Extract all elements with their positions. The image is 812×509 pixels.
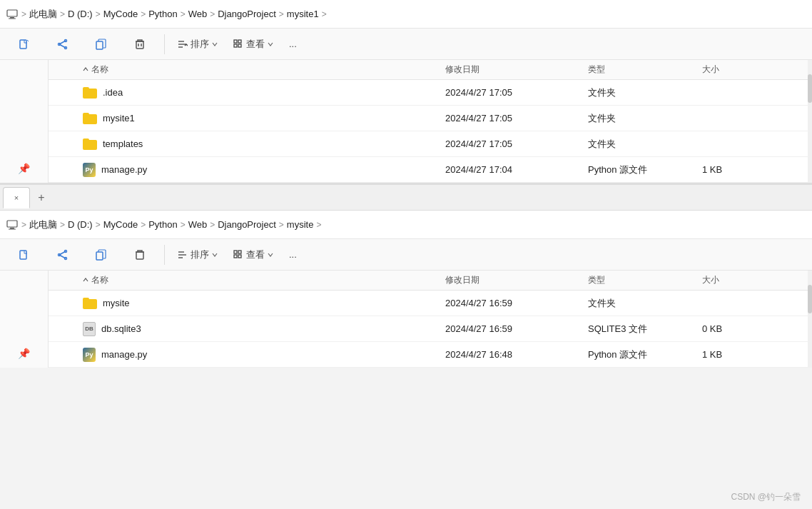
bc-sep-0: > xyxy=(21,9,26,19)
bottom-vscroll-thumb[interactable] xyxy=(808,285,812,313)
bottom-col-type[interactable]: 类型 xyxy=(588,274,702,286)
sort-button-top[interactable]: 排序 xyxy=(172,35,223,54)
bottom-col-size[interactable]: 大小 xyxy=(702,274,773,286)
bc-item-this-pc[interactable]: 此电脑 xyxy=(29,8,57,21)
svg-rect-0 xyxy=(7,10,17,16)
sqlite-file-icon: DB xyxy=(83,322,96,336)
python-file-icon: Py xyxy=(83,163,96,177)
top-col-size[interactable]: 大小 xyxy=(702,64,773,76)
svg-rect-29 xyxy=(96,252,103,260)
bottom-left-scroll: 📌 xyxy=(0,271,49,368)
top-vscroll[interactable] xyxy=(808,60,812,183)
bc-item-b-this-pc[interactable]: 此电脑 xyxy=(29,218,57,231)
computer-icon xyxy=(6,8,19,21)
svg-rect-17 xyxy=(238,40,241,43)
bc-sep-b1: > xyxy=(60,220,65,230)
bc-item-b-d-drive[interactable]: D (D:) xyxy=(68,219,93,230)
view-label-top: 查看 xyxy=(246,38,265,51)
top-col-date[interactable]: 修改日期 xyxy=(445,64,588,76)
bottom-toolbar: 排序 查看 ... xyxy=(0,239,812,271)
share-button-top[interactable] xyxy=(46,31,80,58)
svg-line-7 xyxy=(59,41,66,44)
svg-rect-35 xyxy=(238,251,241,253)
sort-button-bottom[interactable]: 排序 xyxy=(172,246,223,264)
bc-item-mysite1[interactable]: mysite1 xyxy=(287,9,319,19)
bottom-file-list-area: 名称 修改日期 类型 大小 mysite 2024/4/27 16:59 文件夹 xyxy=(49,271,808,368)
new-button-bottom[interactable] xyxy=(7,241,41,268)
more-button-bottom[interactable]: ... xyxy=(283,246,303,263)
bottom-file-list-container: 📌 名称 修改日期 类型 大小 xyxy=(0,271,812,368)
file-name-manage-py-bottom: Py manage.py xyxy=(83,348,445,362)
top-col-type[interactable]: 类型 xyxy=(588,64,702,76)
top-pane: > 此电脑 > D (D:) > MyCode > Python > Web >… xyxy=(0,0,812,183)
svg-rect-1 xyxy=(10,17,14,19)
table-row[interactable]: mysite1 2024/4/27 17:05 文件夹 xyxy=(49,106,808,131)
bc-item-b-djangoproject[interactable]: DjangoProject xyxy=(218,219,276,230)
svg-line-8 xyxy=(59,44,66,48)
svg-rect-19 xyxy=(238,44,241,47)
table-row[interactable]: .idea 2024/4/27 17:05 文件夹 xyxy=(49,80,808,106)
new-button-top[interactable] xyxy=(7,31,41,58)
svg-line-27 xyxy=(59,251,66,255)
file-name-templates: templates xyxy=(83,138,445,150)
svg-line-28 xyxy=(59,255,66,258)
bc-item-b-mycode[interactable]: MyCode xyxy=(103,219,138,230)
table-row[interactable]: Py manage.py 2024/4/27 16:48 Python 源文件 … xyxy=(49,342,808,368)
sort-label-bottom: 排序 xyxy=(191,248,209,261)
svg-rect-22 xyxy=(9,228,16,229)
toolbar-sep-bottom xyxy=(164,245,165,265)
tab-active[interactable]: × xyxy=(3,187,30,208)
bc-item-b-python[interactable]: Python xyxy=(148,219,177,230)
computer-icon-bottom xyxy=(6,218,19,231)
bottom-col-name[interactable]: 名称 xyxy=(83,274,445,286)
file-name-manage-py-top: Py manage.py xyxy=(83,163,445,177)
bottom-breadcrumb: > 此电脑 > D (D:) > MyCode > Python > Web >… xyxy=(0,211,812,239)
top-pin-icon[interactable]: 📌 xyxy=(17,161,31,176)
svg-rect-18 xyxy=(234,44,237,47)
table-row[interactable]: DB db.sqlite3 2024/4/27 16:59 SQLITE3 文件… xyxy=(49,316,808,342)
svg-rect-36 xyxy=(234,255,237,258)
more-button-top[interactable]: ... xyxy=(283,36,303,52)
bc-item-b-web[interactable]: Web xyxy=(188,219,208,230)
toolbar-sep-top xyxy=(164,34,165,54)
svg-rect-3 xyxy=(20,40,26,49)
view-button-top[interactable]: 查看 xyxy=(228,35,279,54)
bc-item-python[interactable]: Python xyxy=(148,9,177,19)
top-file-list-header: 名称 修改日期 类型 大小 xyxy=(49,60,808,80)
bc-item-b-mysite[interactable]: mysite xyxy=(287,219,314,230)
svg-rect-21 xyxy=(10,228,14,229)
python-file-icon: Py xyxy=(83,348,96,362)
share-button-bottom[interactable] xyxy=(46,241,80,268)
copy-button-bottom[interactable] xyxy=(84,241,118,268)
top-left-scroll: 📌 xyxy=(0,60,49,183)
svg-rect-9 xyxy=(96,41,103,49)
top-col-name[interactable]: 名称 xyxy=(83,64,445,76)
view-button-bottom[interactable]: 查看 xyxy=(228,246,279,264)
top-vscroll-thumb[interactable] xyxy=(808,74,812,103)
tab-add-button[interactable]: + xyxy=(33,189,50,206)
folder-icon xyxy=(83,87,97,99)
bc-sep-b5: > xyxy=(210,220,215,230)
bc-sep-b7: > xyxy=(316,220,321,230)
file-name-db-sqlite3: DB db.sqlite3 xyxy=(83,322,445,336)
delete-button-top[interactable] xyxy=(123,31,157,58)
bottom-pin-icon[interactable]: 📌 xyxy=(17,346,31,361)
table-row[interactable]: Py manage.py 2024/4/27 17:04 Python 源文件 … xyxy=(49,157,808,183)
bc-sep-b2: > xyxy=(96,220,101,230)
bc-item-djangoproject[interactable]: DjangoProject xyxy=(218,9,276,19)
folder-icon xyxy=(83,138,97,150)
copy-button-top[interactable] xyxy=(84,31,118,58)
table-row[interactable]: mysite 2024/4/27 16:59 文件夹 xyxy=(49,291,808,316)
bottom-vscroll[interactable] xyxy=(808,271,812,368)
bc-item-web[interactable]: Web xyxy=(188,9,208,19)
table-row[interactable]: templates 2024/4/27 17:05 文件夹 xyxy=(49,131,808,157)
bottom-pane: > 此电脑 > D (D:) > MyCode > Python > Web >… xyxy=(0,211,812,368)
tab-bar: × + xyxy=(0,183,812,211)
bc-item-mycode[interactable]: MyCode xyxy=(103,9,138,19)
tab-close-icon[interactable]: × xyxy=(11,192,22,203)
bc-item-d-drive[interactable]: D (D:) xyxy=(68,9,93,19)
delete-button-bottom[interactable] xyxy=(123,241,157,268)
bc-sep-7: > xyxy=(322,9,327,19)
bottom-col-date[interactable]: 修改日期 xyxy=(445,274,588,286)
top-file-list-area: 名称 修改日期 类型 大小 .idea 2024/4/27 17:05 文件夹 xyxy=(49,60,808,183)
